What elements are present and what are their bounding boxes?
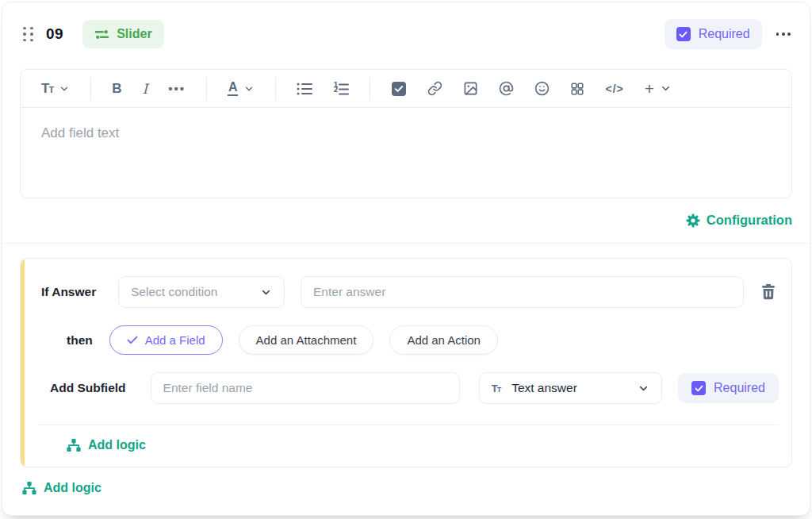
- link-button[interactable]: [417, 75, 453, 102]
- answer-input[interactable]: [301, 276, 744, 308]
- chevron-down-icon: [660, 83, 672, 94]
- check-icon: [127, 336, 138, 344]
- blocks-button[interactable]: [560, 75, 595, 102]
- numbered-list-icon: 1 2: [333, 82, 349, 96]
- trash-icon: [761, 284, 776, 300]
- text-style-icon: TT: [41, 81, 53, 97]
- chevron-down-icon: [59, 83, 70, 94]
- emoji-button[interactable]: [524, 75, 560, 102]
- sitemap-icon: [22, 482, 36, 494]
- text-style-button[interactable]: TT: [31, 75, 80, 102]
- mention-button[interactable]: [488, 75, 524, 102]
- logic-divider: [38, 425, 779, 425]
- toolbar-divider: [206, 77, 207, 101]
- slider-icon: [94, 29, 109, 40]
- gear-icon: [686, 213, 700, 228]
- required-toggle[interactable]: Required: [665, 19, 762, 49]
- image-button[interactable]: [453, 75, 488, 102]
- required-label: Required: [699, 27, 750, 41]
- footer-row: Add logic: [20, 481, 792, 495]
- plus-icon: +: [645, 80, 654, 97]
- sitemap-icon: [67, 439, 81, 452]
- add-attachment-label: Add an Attachment: [256, 333, 357, 347]
- logic-accent-stripe: [21, 259, 25, 467]
- add-field-label: Add a Field: [145, 333, 205, 347]
- subfield-type-value: Text answer: [511, 381, 577, 395]
- drag-handle-icon[interactable]: [20, 24, 36, 45]
- mention-icon: [499, 81, 514, 96]
- task-list-button[interactable]: [381, 75, 417, 102]
- task-list-icon: [391, 81, 407, 97]
- delete-condition-button[interactable]: [761, 284, 776, 300]
- text-color-icon: A: [228, 81, 239, 96]
- numbered-list-button[interactable]: 1 2: [323, 75, 359, 102]
- subfield-name-input[interactable]: [151, 372, 460, 404]
- subfield-row: Add Subfield TT Text answer Required: [32, 372, 779, 404]
- then-label: then: [67, 333, 93, 348]
- text-type-icon: TT: [492, 383, 500, 394]
- add-field-option[interactable]: Add a Field: [109, 325, 223, 355]
- emoji-icon: [534, 81, 550, 96]
- toolbar-divider: [275, 77, 276, 101]
- configuration-label: Configuration: [707, 213, 792, 228]
- chevron-down-icon: [243, 83, 255, 94]
- field-number: 09: [46, 25, 63, 43]
- subfield-type-select[interactable]: TT Text answer: [479, 372, 662, 404]
- add-logic-label: Add logic: [88, 438, 146, 452]
- subfield-required-toggle[interactable]: Required: [678, 373, 779, 403]
- section-divider: [2, 243, 810, 244]
- insert-button[interactable]: +: [634, 75, 682, 102]
- more-options-button[interactable]: •••: [158, 75, 196, 102]
- condition-row: If Answer Select condition: [32, 276, 779, 308]
- add-logic-link-inner[interactable]: Add logic: [67, 438, 779, 452]
- field-editor-card: 09 Slider Required: [2, 2, 810, 516]
- then-row: then Add a Field Add an Attachment Add a…: [32, 325, 779, 355]
- image-icon: [463, 81, 478, 96]
- text-color-button[interactable]: A: [217, 75, 266, 102]
- bulleted-list-icon: [297, 82, 312, 96]
- add-attachment-option[interactable]: Add an Attachment: [239, 325, 374, 355]
- add-action-label: Add an Action: [407, 333, 481, 347]
- italic-button[interactable]: I: [132, 75, 158, 102]
- checkbox-checked-icon[interactable]: [691, 381, 706, 395]
- chevron-down-icon: [260, 286, 272, 298]
- field-text-editor: TT B I ••• A 1: [20, 69, 792, 198]
- add-logic-label: Add logic: [44, 481, 102, 495]
- add-logic-link-outer[interactable]: Add logic: [22, 481, 792, 495]
- bulleted-list-button[interactable]: [286, 75, 323, 102]
- field-type-label: Slider: [117, 27, 151, 41]
- ellipsis-menu-icon[interactable]: [775, 28, 792, 40]
- svg-text:2: 2: [334, 86, 339, 94]
- logic-card: If Answer Select condition: [20, 258, 792, 467]
- chevron-down-icon: [638, 383, 649, 394]
- toolbar-divider: [370, 77, 370, 101]
- editor-toolbar: TT B I ••• A 1: [21, 70, 791, 108]
- link-icon: [427, 81, 442, 96]
- add-subfield-label: Add Subfield: [50, 381, 126, 395]
- field-type-badge[interactable]: Slider: [82, 20, 163, 48]
- checkbox-checked-icon[interactable]: [676, 27, 691, 41]
- add-action-option[interactable]: Add an Action: [389, 325, 498, 355]
- subfield-required-label: Required: [714, 381, 765, 395]
- code-button[interactable]: </>: [595, 75, 634, 102]
- blocks-icon: [570, 82, 584, 96]
- bold-button[interactable]: B: [102, 75, 132, 102]
- if-answer-label: If Answer: [41, 285, 118, 299]
- field-text-input[interactable]: [21, 108, 791, 198]
- condition-select[interactable]: Select condition: [118, 276, 285, 308]
- field-header: 09 Slider Required: [20, 18, 792, 50]
- condition-select-value: Select condition: [131, 285, 217, 299]
- configuration-link[interactable]: Configuration: [686, 213, 792, 228]
- toolbar-divider: [90, 77, 91, 101]
